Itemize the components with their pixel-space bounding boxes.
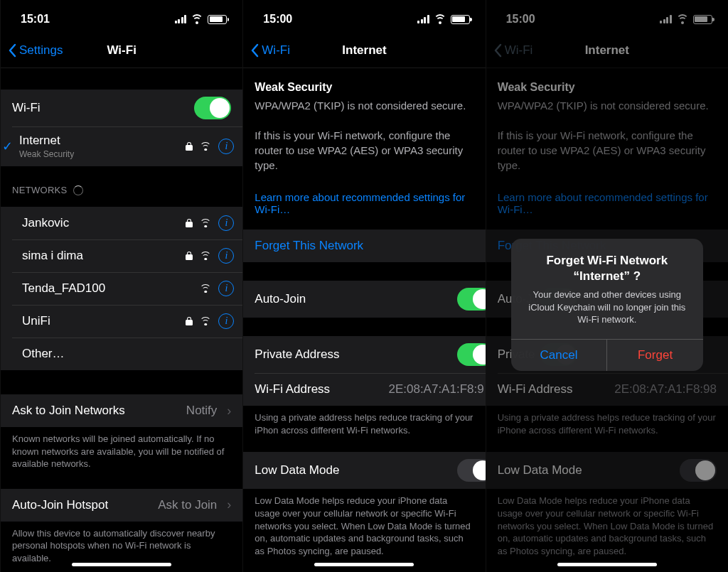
wifi-signal-icon [200,284,211,293]
status-bar: 15:00 [486,0,728,33]
back-label: Settings [19,43,63,58]
cellular-icon [660,15,672,23]
other-label: Other… [22,347,234,361]
security-warning: Weak Security WPA/WPA2 (TKIP) is not con… [243,68,485,184]
phone-network-detail: 15:00 Wi-Fi Internet Weak Security WPA/W… [242,0,485,572]
home-indicator[interactable] [314,563,414,566]
phone-forget-dialog: 15:00 Wi-Fi Internet Weak Security WPA/W… [486,0,728,572]
security-warning: Weak Security WPA/WPA2 (TKIP) is not con… [486,68,728,184]
forget-network-row[interactable]: Forget This Network [243,230,485,262]
back-button[interactable]: Settings [8,43,63,58]
network-name: UniFi [22,314,186,328]
current-network-name: Internet [19,134,60,147]
private-address-footer: Using a private address helps reduce tra… [243,406,485,442]
low-data-label: Low Data Mode [498,463,680,477]
other-network-row[interactable]: Other… [1,338,242,370]
back-label: Wi-Fi [505,43,533,58]
lock-icon [186,142,193,151]
current-network-row[interactable]: ✓ Internet Weak Security i [1,126,242,166]
network-row[interactable]: UniFii [1,305,242,338]
cellular-icon [175,15,187,23]
chevron-right-icon: › [227,404,231,419]
current-network-sub: Weak Security [19,149,186,159]
status-bar: 15:00 [243,0,485,33]
wifi-signal-icon [200,219,211,227]
home-indicator[interactable] [557,563,657,566]
network-row[interactable]: Jankovici [1,207,242,239]
security-title: Weak Security [498,80,717,95]
security-line2: If this is your Wi-Fi network, configure… [498,129,706,171]
battery-icon [208,15,227,24]
wifi-address-row: Wi-Fi Address 2E:08:A7:A1:F8:9 [243,373,485,406]
learn-more-link[interactable]: Learn more about recommended settings fo… [243,184,485,222]
wifi-address-value: 2E:08:A7:A1:F8:9 [388,382,483,396]
low-data-label: Low Data Mode [255,463,456,477]
alert-title: Forget Wi-Fi Network “Internet” ? [524,253,690,284]
private-address-label: Private Address [255,347,456,362]
wifi-icon [676,14,689,24]
lock-icon [186,219,193,227]
ask-value: Notify [186,404,217,418]
wifi-signal-icon [200,142,211,151]
lock-icon [186,252,193,260]
security-line2: If this is your Wi-Fi network, configure… [255,129,463,171]
forget-label: Forget This Network [255,239,473,253]
wifi-toggle[interactable] [194,97,231,119]
clock: 15:00 [263,13,292,26]
network-name: Tenda_FAD100 [22,281,200,296]
chevron-right-icon: › [227,497,231,512]
low-data-footer: Low Data Mode helps reduce your iPhone d… [243,489,485,563]
home-indicator[interactable] [72,563,171,566]
info-icon[interactable]: i [218,281,234,296]
ask-footer: Known networks will be joined automatica… [1,427,242,476]
wifi-icon [191,14,203,24]
security-line1: WPA/WPA2 (TKIP) is not considered secure… [255,99,466,112]
security-line1: WPA/WPA2 (TKIP) is not considered secure… [498,99,709,112]
alert-forget-button[interactable]: Forget [607,340,703,371]
auto-join-toggle[interactable] [457,288,486,311]
wifi-icon [434,14,446,24]
low-data-toggle[interactable] [457,459,486,482]
lock-icon [186,317,193,325]
ask-to-join-row[interactable]: Ask to Join Networks Notify› [1,394,242,427]
low-data-mode-row: Low Data Mode [486,452,728,489]
networks-header: NETWORKS [1,185,242,200]
auto-join-hotspot-row[interactable]: Auto-Join Hotspot Ask to Join› [1,489,242,522]
status-bar: 15:01 [1,0,242,33]
info-icon[interactable]: i [218,248,234,264]
checkmark-icon: ✓ [2,139,13,154]
low-data-footer: Low Data Mode helps reduce your iPhone d… [486,489,728,563]
wifi-address-label: Wi-Fi Address [255,382,388,396]
network-name: sima i dima [22,249,186,263]
wifi-signal-icon [200,252,211,260]
low-data-toggle [680,459,717,482]
info-icon[interactable]: i [218,313,234,329]
private-address-footer: Using a private address helps reduce tra… [486,406,728,442]
alert-cancel-button[interactable]: Cancel [511,340,608,371]
wifi-address-label: Wi-Fi Address [498,382,615,396]
network-row[interactable]: sima i dimai [1,239,242,272]
clock: 15:01 [21,13,50,26]
back-button[interactable]: Wi-Fi [250,43,290,58]
hotspot-value: Ask to Join [158,498,217,512]
info-icon[interactable]: i [218,139,234,154]
wifi-toggle-row[interactable]: Wi-Fi [1,90,242,126]
battery-icon [451,15,470,24]
phone-wifi-list: 15:01 Settings Wi-Fi Wi-Fi ✓ Internet We… [0,0,242,572]
security-title: Weak Security [255,80,473,95]
back-button: Wi-Fi [493,43,533,58]
hotspot-label: Auto-Join Hotspot [12,498,158,512]
wifi-signal-icon [200,317,211,325]
private-address-toggle[interactable] [457,343,486,366]
info-icon[interactable]: i [218,215,234,231]
network-row[interactable]: Tenda_FAD100i [1,272,242,305]
low-data-mode-row[interactable]: Low Data Mode [243,452,485,489]
auto-join-row[interactable]: Auto-Join [243,281,485,318]
forget-alert: Forget Wi-Fi Network “Internet” ? Your d… [511,239,703,371]
battery-icon [693,15,712,24]
learn-more-link: Learn more about recommended settings fo… [486,184,728,222]
network-name: Jankovic [22,216,186,230]
auto-join-label: Auto-Join [255,292,456,306]
nav-header: Wi-Fi Internet [243,33,485,68]
private-address-row[interactable]: Private Address [243,336,485,373]
